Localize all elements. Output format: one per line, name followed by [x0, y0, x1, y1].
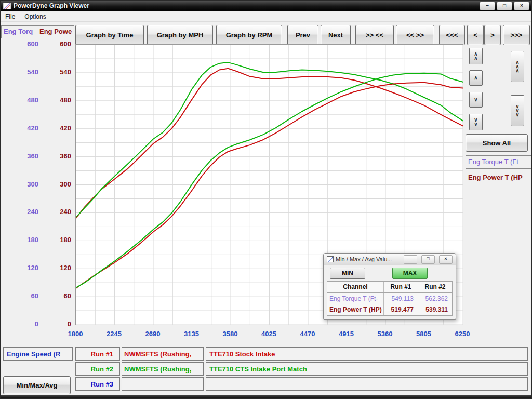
run1-max-value: 549.113 — [383, 293, 418, 304]
axis-tick-label: 240 — [15, 208, 38, 216]
pan-left-button[interactable]: < — [467, 25, 484, 45]
axis-tick-label: 60 — [15, 292, 38, 300]
minmax-table: Channel Run #1 Run #2 Eng Torque T (Ft- … — [327, 281, 453, 316]
run2-name-field[interactable]: NWMSFTS (Rushing, — [122, 362, 204, 376]
axis-tick-label: 120 — [47, 264, 71, 272]
axis-tick-label: 4915 — [332, 330, 361, 338]
channel-cell: Eng Power T (HP) — [327, 306, 383, 313]
table-row: Eng Torque T (Ft- 549.113 562.362 — [327, 293, 452, 304]
minmax-window: Min / Max / Avg Valu... – □ × MIN MAX Ch… — [323, 253, 456, 320]
minmax-restore-button[interactable]: □ — [421, 255, 435, 264]
axis-tick-label: 0 — [47, 320, 71, 328]
chevron-down-icon: ∨ — [515, 113, 519, 117]
menu-file[interactable]: File — [1, 12, 20, 21]
shift-up-fast-button[interactable]: ∧ ∧ ∧ — [511, 51, 524, 82]
scale-up-button[interactable]: ∧ — [469, 70, 483, 86]
run2-label[interactable]: Run #2 — [75, 362, 120, 376]
scale-down-double-button[interactable]: ∨ ∨ — [469, 114, 483, 130]
axis-tick-label: 300 — [47, 180, 71, 188]
minmax-title-bar[interactable]: Min / Max / Avg Valu... – □ × — [324, 254, 456, 265]
title-bar: PowerDyne Graph Viewer – □ × — [0, 0, 532, 11]
close-button[interactable]: × — [514, 2, 529, 10]
window-title: PowerDyne Graph Viewer — [14, 2, 89, 9]
chevron-up-icon: ∧ — [474, 76, 477, 80]
minmax-window-icon — [327, 256, 334, 262]
axis-tick-label: 5360 — [370, 330, 400, 338]
axis-tick-label: 540 — [15, 68, 38, 76]
axis-tick-label: 600 — [15, 40, 38, 48]
run2-max-value: 562.362 — [418, 293, 452, 304]
axis-tick-label: 5805 — [409, 330, 438, 338]
channel-label-eng-power[interactable]: Eng Power T (HP — [466, 171, 532, 184]
graph-by-mph-button[interactable]: Graph by MPH — [147, 25, 213, 45]
axis-tick-label: 3135 — [177, 330, 206, 338]
pan-right-fast-button[interactable]: >>> — [503, 25, 530, 45]
maximize-button[interactable]: □ — [497, 2, 512, 10]
run1-desc-field[interactable]: TTE710 Stock Intake — [206, 347, 528, 361]
window-controls: – □ × — [480, 2, 529, 10]
axis-tick-label: 2690 — [138, 330, 167, 338]
powerdyne-window: { "window": { "title": "PowerDyne Graph … — [0, 0, 532, 399]
run1-label[interactable]: Run #1 — [75, 347, 120, 361]
next-button[interactable]: Next — [321, 25, 351, 45]
app-icon — [3, 3, 11, 9]
run2-max-value: 539.311 — [418, 304, 452, 315]
table-row: Eng Power T (HP) 519.477 539.311 — [327, 304, 452, 315]
axis-tick-label: 420 — [15, 124, 38, 132]
graph-by-time-button[interactable]: Graph by Time — [75, 25, 144, 45]
minimize-button[interactable]: – — [480, 2, 495, 10]
column-header-run2: Run #2 — [418, 282, 452, 292]
axis-tick-label: 1800 — [61, 330, 90, 338]
axis-tick-label: 4470 — [293, 330, 322, 338]
minmax-minimize-button[interactable]: – — [404, 255, 417, 264]
axis-tick-label: 240 — [47, 208, 71, 216]
pan-left-fast-button[interactable]: <<< — [439, 25, 465, 45]
prev-button[interactable]: Prev — [287, 25, 318, 45]
run3-name-field[interactable] — [122, 377, 204, 391]
pan-right-button[interactable]: > — [484, 25, 501, 45]
menu-bar: File Options — [1, 11, 531, 22]
axis-tick-label: 360 — [47, 152, 71, 160]
axis-tick-label: 480 — [47, 96, 71, 104]
run3-desc-field[interactable] — [206, 377, 528, 391]
window-bottom-frame — [0, 395, 532, 399]
max-button[interactable]: MAX — [392, 268, 428, 279]
run3-label[interactable]: Run #3 — [75, 377, 120, 391]
graph-by-rpm-button[interactable]: Graph by RPM — [216, 25, 282, 45]
chevron-up-icon: ∧ — [515, 69, 519, 73]
axis-tick-label: 2245 — [100, 330, 129, 338]
run2-desc-field[interactable]: TTE710 CTS Intake Port Match — [206, 362, 528, 376]
tab-eng-torque[interactable]: Eng Torq — [1, 25, 37, 38]
axis-tick-label: 180 — [47, 236, 71, 244]
axis-tick-label: 60 — [47, 292, 71, 300]
axis-tick-label: 4025 — [255, 330, 284, 338]
menu-options[interactable]: Options — [20, 12, 50, 21]
channel-label-eng-torque[interactable]: Eng Torque T (Ft — [466, 155, 532, 169]
minmax-table-header: Channel Run #1 Run #2 — [327, 282, 452, 293]
scale-down-button[interactable]: ∨ — [469, 92, 483, 108]
axis-tick-label: 300 — [15, 180, 38, 188]
axis-tick-label: 120 — [15, 264, 38, 272]
minmax-close-button[interactable]: × — [439, 255, 453, 264]
chevron-up-icon: ∧ — [474, 56, 477, 60]
x-axis-channel-box[interactable]: Engine Speed (R — [3, 347, 73, 361]
column-header-channel: Channel — [327, 283, 383, 290]
chevron-down-icon: ∨ — [474, 98, 477, 102]
axis-tick-label: 480 — [15, 96, 38, 104]
channel-cell: Eng Torque T (Ft- — [327, 295, 383, 302]
run1-max-value: 519.477 — [383, 304, 418, 315]
chevron-down-icon: ∨ — [474, 122, 477, 126]
show-all-button[interactable]: Show All — [466, 134, 528, 152]
scale-up-double-button[interactable]: ∧ ∧ — [469, 48, 483, 64]
min-button[interactable]: MIN — [330, 268, 365, 279]
axis-tick-label: 540 — [47, 68, 71, 76]
tab-eng-power[interactable]: Eng Powe — [37, 25, 74, 38]
shift-down-fast-button[interactable]: ∨ ∨ ∨ — [511, 95, 524, 126]
axis-tick-label: 3580 — [216, 330, 245, 338]
zoom-out-button[interactable]: << >> — [396, 25, 434, 45]
run1-name-field[interactable]: NWMSFTS (Rushing, — [122, 347, 204, 361]
axis-tick-label: 420 — [47, 124, 71, 132]
minmax-window-title: Min / Max / Avg Valu... — [336, 256, 392, 262]
minmaxavg-button[interactable]: Min/Max/Avg — [3, 376, 71, 394]
zoom-in-button[interactable]: >> << — [355, 25, 394, 45]
